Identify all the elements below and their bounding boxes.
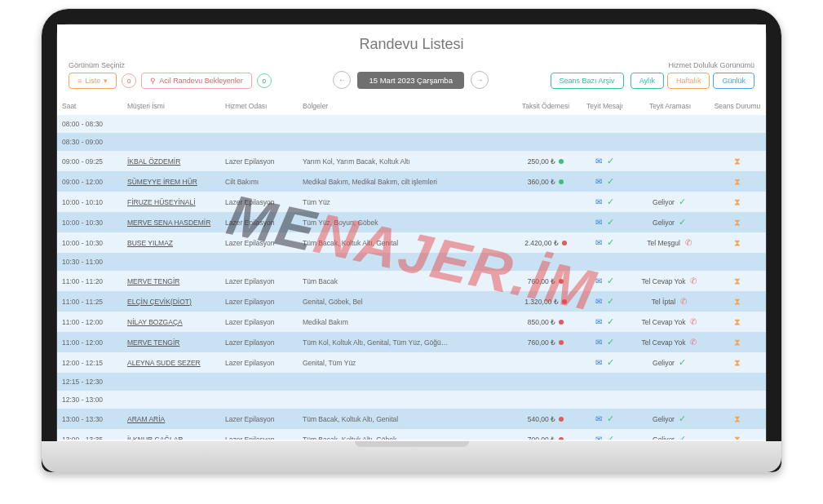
cell-time: 10:00 - 10:30 (57, 212, 122, 232)
cell-room (220, 115, 298, 133)
hourglass-icon: ⧗ (732, 197, 742, 207)
cell-confirm-msg: ✉ ✓ (578, 291, 631, 312)
envelope-icon[interactable]: ✉ (594, 238, 604, 247)
green-count-chip: 0 (257, 73, 272, 88)
envelope-icon[interactable]: ✉ (594, 218, 604, 227)
cell-customer[interactable]: FİRUZE HÜSEYİNALİ (122, 192, 220, 212)
toolbar: Görünüm Seçiniz ≡ Liste ▾ 0 ⚲ Acil Rande… (57, 61, 766, 97)
hourglass-icon: ⧗ (732, 337, 742, 347)
next-day-button[interactable]: → (471, 71, 489, 89)
check-icon: ✓ (606, 156, 616, 166)
cell-customer[interactable]: ARAM ARİA (122, 409, 220, 429)
cell-customer[interactable]: ELÇİN ÇEVİK(DİOT) (122, 291, 220, 312)
check-icon: ✓ (606, 434, 616, 440)
cell-customer[interactable]: MERVE SENA HASDEMİR (122, 212, 220, 232)
col-payment[interactable]: Taksit Ödemesi (513, 97, 578, 115)
urgent-waiting-button[interactable]: ⚲ Acil Randevu Bekleyenler (141, 73, 252, 89)
table-row[interactable]: 10:00 - 10:30BUSE YILMAZLazer EpilasyonT… (57, 232, 766, 253)
envelope-icon[interactable]: ✉ (594, 276, 604, 285)
cell-regions: Genital, Tüm Yüz (298, 352, 513, 373)
check-icon: ✓ (678, 357, 688, 368)
cell-time: 08:00 - 08:30 (57, 115, 122, 133)
cell-payment (513, 212, 578, 232)
list-view-button[interactable]: ≡ Liste ▾ (69, 73, 117, 89)
check-icon: ✓ (606, 296, 616, 307)
cell-regions: Tüm Bacak (298, 271, 513, 291)
date-display[interactable]: 15 Mart 2023 Çarşamba (357, 72, 463, 89)
cell-customer[interactable]: MERVE TENGİR (122, 271, 220, 291)
page-title: Randevu Listesi (57, 24, 766, 61)
envelope-icon[interactable]: ✉ (594, 177, 604, 186)
col-time[interactable]: Saat (57, 97, 122, 115)
person-icon: ⚲ (150, 77, 156, 85)
check-icon: ✓ (606, 237, 616, 248)
cell-payment: 760,00 ₺ (513, 271, 578, 291)
table-row[interactable]: 12:30 - 13:00 (57, 391, 766, 409)
col-regions[interactable]: Bölgeler (298, 97, 513, 115)
table-row[interactable]: 08:30 - 09:00 (57, 133, 766, 151)
check-icon: ✓ (606, 316, 616, 327)
cell-time: 12:30 - 13:00 (57, 391, 122, 409)
table-row[interactable]: 11:00 - 11:20MERVE TENGİRLazer Epilasyon… (57, 271, 766, 291)
cell-customer[interactable]: SÜMEYYE İREM HÜR (122, 171, 220, 192)
view-select-label: Görünüm Seçiniz (69, 61, 272, 69)
col-confirm-msg[interactable]: Teyit Mesajı (578, 97, 631, 115)
col-customer[interactable]: Müşteri İsmi (122, 97, 220, 115)
envelope-icon[interactable]: ✉ (594, 197, 604, 206)
cell-customer[interactable]: NİLAY BOZGAÇA (122, 312, 220, 332)
table-row[interactable]: 11:00 - 11:25ELÇİN ÇEVİK(DİOT)Lazer Epil… (57, 291, 766, 312)
table-row[interactable]: 09:00 - 12:00SÜMEYYE İREM HÜRCilt Bakımı… (57, 171, 766, 192)
col-status[interactable]: Seans Durumu (709, 97, 766, 115)
cell-customer[interactable]: İKBAL ÖZDEMİR (122, 151, 220, 171)
monthly-view-button[interactable]: Aylık (631, 73, 664, 89)
hourglass-icon: ⧗ (732, 237, 742, 248)
weekly-view-button[interactable]: Haftalık (667, 73, 710, 89)
table-row[interactable]: 08:00 - 08:30 (57, 115, 766, 133)
table-row[interactable]: 10:00 - 10:30MERVE SENA HASDEMİRLazer Ep… (57, 212, 766, 232)
table-row[interactable]: 10:00 - 10:10FİRUZE HÜSEYİNALİLazer Epil… (57, 192, 766, 212)
table-row[interactable]: 13:00 - 13:35İLKNUR ÇAĞLARLazer Epilasyo… (57, 429, 766, 440)
envelope-icon[interactable]: ✉ (594, 414, 604, 423)
envelope-icon[interactable]: ✉ (594, 317, 604, 326)
cell-regions: Genital, Göbek, Bel (298, 291, 513, 312)
cell-room (220, 373, 298, 391)
cell-customer[interactable]: MERVE TENGİR (122, 332, 220, 352)
session-archive-button[interactable]: Seans Bazı Arşiv (551, 73, 624, 89)
envelope-icon[interactable]: ✉ (594, 297, 604, 306)
cell-regions (298, 253, 513, 271)
cell-customer[interactable]: BUSE YILMAZ (122, 232, 220, 253)
cell-payment: 850,00 ₺ (513, 312, 578, 332)
cell-confirm-msg: ✉ ✓ (578, 171, 631, 192)
col-room[interactable]: Hizmet Odası (220, 97, 298, 115)
cell-time: 11:00 - 11:25 (57, 291, 122, 312)
prev-day-button[interactable]: ← (333, 71, 351, 89)
cell-confirm-call: Tel Cevap Yok ✆ (631, 271, 709, 291)
table-row[interactable]: 13:00 - 13:30ARAM ARİALazer EpilasyonTüm… (57, 409, 766, 429)
envelope-icon[interactable]: ✉ (594, 338, 604, 347)
col-confirm-call[interactable]: Teyit Araması (631, 97, 709, 115)
table-row[interactable]: 12:00 - 12:15ALEYNA SUDE SEZERLazer Epil… (57, 352, 766, 373)
cell-confirm-call: Geliyor ✓ (631, 429, 709, 440)
cell-confirm-call (631, 133, 709, 151)
phone-off-icon: ✆ (688, 338, 698, 347)
cell-room: Lazer Epilasyon (220, 429, 298, 440)
cell-confirm-call: Tel Meşgul ✆ (631, 232, 709, 253)
envelope-icon[interactable]: ✉ (594, 435, 604, 440)
cell-payment: 700,00 ₺ (513, 429, 578, 440)
cell-customer[interactable]: ALEYNA SUDE SEZER (122, 352, 220, 373)
cell-customer[interactable]: İLKNUR ÇAĞLAR (122, 429, 220, 440)
cell-customer (122, 373, 220, 391)
table-row[interactable]: 11:00 - 12:00NİLAY BOZGAÇALazer Epilasyo… (57, 312, 766, 332)
cell-time: 09:00 - 09:25 (57, 151, 122, 171)
table-row[interactable]: 10:30 - 11:00 (57, 253, 766, 271)
cell-room: Lazer Epilasyon (220, 332, 298, 352)
cell-payment (513, 115, 578, 133)
envelope-icon[interactable]: ✉ (594, 157, 604, 166)
table-row[interactable]: 11:00 - 12:00MERVE TENGİRLazer Epilasyon… (57, 332, 766, 352)
table-row[interactable]: 12:15 - 12:30 (57, 373, 766, 391)
cell-confirm-msg: ✉ ✓ (578, 429, 631, 440)
envelope-icon[interactable]: ✉ (594, 358, 604, 367)
daily-view-button[interactable]: Günlük (713, 73, 754, 89)
cell-status (709, 115, 766, 133)
table-row[interactable]: 09:00 - 09:25İKBAL ÖZDEMİRLazer Epilasyo… (57, 151, 766, 171)
